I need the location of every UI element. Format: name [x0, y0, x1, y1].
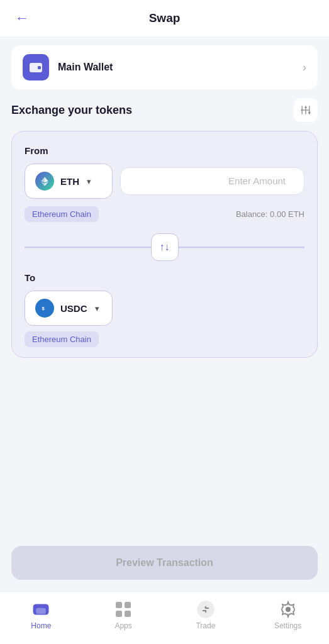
- trade-svg: [197, 601, 215, 618]
- bottom-nav: Home Apps Trade: [0, 591, 329, 644]
- swap-direction-button[interactable]: ↑↓: [151, 233, 179, 261]
- swap-arrows-icon: ↑↓: [160, 242, 170, 253]
- amount-input-wrapper: [120, 167, 304, 195]
- home-svg: [32, 601, 50, 618]
- chain-balance-row: Ethereum Chain Balance: 0.00 ETH: [25, 206, 304, 222]
- svg-rect-23: [125, 611, 131, 617]
- preview-btn-wrapper: Preview Transaction: [0, 535, 329, 591]
- apps-svg: [115, 601, 131, 618]
- filter-icon: [299, 104, 312, 116]
- svg-text:$: $: [42, 306, 45, 311]
- svg-rect-21: [125, 602, 131, 608]
- from-label: From: [25, 145, 304, 156]
- eth-svg: [39, 175, 50, 187]
- nav-label-trade: Trade: [196, 621, 215, 630]
- svg-rect-19: [36, 608, 47, 614]
- nav-item-home[interactable]: Home: [0, 598, 82, 633]
- to-amount-box: [120, 292, 304, 325]
- svg-point-4: [308, 112, 310, 114]
- svg-marker-12: [45, 177, 48, 182]
- page-title: Swap: [149, 11, 181, 25]
- trade-icon: [197, 601, 215, 618]
- nav-label-home: Home: [31, 621, 51, 630]
- svg-marker-15: [41, 182, 45, 186]
- to-label: To: [25, 272, 304, 283]
- svg-rect-20: [116, 602, 122, 608]
- back-button[interactable]: ←: [15, 10, 29, 26]
- settings-icon: [279, 601, 297, 618]
- from-token-select[interactable]: ETH ▾: [25, 164, 113, 199]
- home-icon: [32, 601, 50, 618]
- wallet-left: Main Wallet: [23, 54, 113, 80]
- eth-icon: [35, 172, 54, 191]
- nav-item-settings[interactable]: Settings: [247, 598, 329, 633]
- wallet-row[interactable]: Main Wallet ›: [11, 45, 318, 89]
- section-title: Exchange your tokens: [11, 104, 132, 117]
- apps-icon: [114, 601, 132, 618]
- to-chain-row: Ethereum Chain: [25, 333, 304, 345]
- svg-rect-22: [116, 611, 122, 617]
- swap-card: From ETH ▾ Ethereum Chain Balance: 0.00 …: [11, 131, 318, 358]
- from-row: ETH ▾: [25, 164, 304, 199]
- from-token-name: ETH: [60, 176, 79, 187]
- svg-marker-13: [41, 177, 45, 182]
- header: ← Swap: [0, 0, 329, 36]
- usdc-svg: $: [39, 303, 50, 314]
- to-token-name: USDC: [60, 303, 87, 314]
- nav-label-apps: Apps: [114, 621, 131, 630]
- svg-point-25: [286, 607, 291, 612]
- wallet-icon: [23, 54, 49, 80]
- wallet-svg-icon: [28, 60, 43, 75]
- to-chain-badge: Ethereum Chain: [25, 331, 99, 347]
- from-chain-badge: Ethereum Chain: [25, 206, 99, 222]
- settings-svg: [279, 601, 297, 618]
- svg-rect-1: [38, 66, 41, 69]
- nav-item-trade[interactable]: Trade: [165, 598, 247, 633]
- usdc-icon: $: [35, 299, 54, 318]
- from-token-chevron-icon: ▾: [87, 177, 91, 186]
- section-header: Exchange your tokens: [0, 98, 329, 122]
- svg-marker-14: [45, 182, 48, 186]
- svg-point-3: [304, 106, 306, 108]
- swap-divider: ↑↓: [25, 233, 304, 261]
- preview-transaction-button[interactable]: Preview Transaction: [11, 546, 318, 580]
- filter-button[interactable]: [294, 98, 318, 122]
- amount-input[interactable]: [130, 175, 295, 186]
- nav-label-settings: Settings: [274, 621, 301, 630]
- wallet-name: Main Wallet: [58, 62, 113, 73]
- svg-point-24: [198, 601, 214, 618]
- svg-point-16: [40, 303, 50, 313]
- to-token-chevron-icon: ▾: [95, 304, 99, 313]
- to-token-select[interactable]: $ USDC ▾: [25, 291, 113, 326]
- to-row: $ USDC ▾: [25, 291, 304, 326]
- from-balance: Balance: 0.00 ETH: [236, 209, 304, 219]
- wallet-chevron-icon: ›: [303, 61, 306, 74]
- svg-point-2: [301, 109, 303, 111]
- nav-item-apps[interactable]: Apps: [82, 598, 165, 633]
